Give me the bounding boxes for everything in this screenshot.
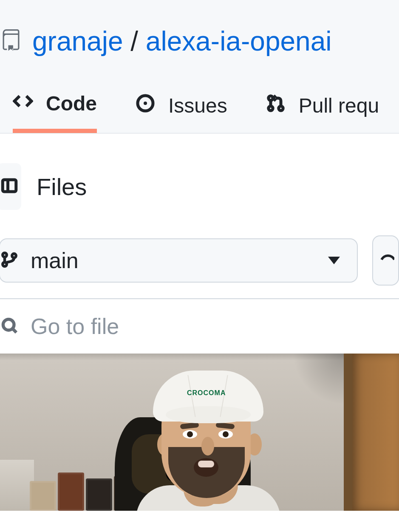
tab-issues[interactable]: Issues	[135, 85, 227, 131]
repo-link[interactable]: alexa-ia-openai	[146, 26, 332, 57]
git-branch-icon	[0, 250, 19, 271]
person-cap-visor	[166, 406, 251, 423]
issues-icon	[135, 93, 156, 118]
svg-point-3	[269, 106, 273, 110]
svg-point-9	[12, 254, 16, 258]
branch-name: main	[31, 248, 79, 273]
tab-code[interactable]: Code	[13, 82, 97, 133]
tab-pull-requests-label: Pull requ	[299, 94, 379, 117]
svg-point-10	[3, 319, 14, 330]
person-nose	[201, 437, 214, 456]
pull-request-icon	[266, 93, 286, 118]
person-mouth	[194, 458, 218, 477]
code-icon	[13, 91, 33, 116]
breadcrumb-separator: /	[130, 26, 138, 57]
overlay-door	[352, 354, 399, 511]
search-icon-partial	[377, 251, 394, 270]
breadcrumb-text: granaje / alexa-ia-openai	[32, 25, 331, 57]
go-to-file-input[interactable]	[31, 314, 286, 339]
files-panel-header: Files	[0, 155, 399, 235]
svg-point-4	[279, 106, 283, 110]
tab-code-label: Code	[46, 92, 97, 115]
overlay-person: CROCOMA	[127, 354, 289, 511]
add-button[interactable]	[372, 235, 399, 286]
go-to-file[interactable]	[0, 298, 399, 354]
svg-point-7	[3, 253, 7, 257]
files-panel: Files main	[0, 133, 399, 354]
files-title: Files	[37, 173, 87, 201]
branch-select-button[interactable]: main	[0, 238, 358, 283]
repo-icon	[0, 29, 22, 53]
chevron-down-icon	[328, 257, 340, 264]
overlay-corner-shadow	[293, 354, 344, 405]
sidebar-icon	[0, 177, 18, 196]
owner-link[interactable]: granaje	[32, 26, 123, 57]
svg-point-1	[144, 102, 147, 105]
overlay-shelf	[0, 460, 34, 511]
cap-text: CROCOMA	[187, 389, 226, 397]
svg-line-11	[13, 329, 17, 333]
person-eye	[183, 430, 197, 439]
repo-tabs: Code Issues Pull requ	[0, 82, 399, 133]
person-eye	[218, 430, 233, 439]
overlay-door-frame	[344, 354, 352, 511]
book-icon	[30, 481, 56, 511]
webcam-overlay: CROCOMA	[0, 354, 399, 511]
search-icon	[0, 316, 19, 337]
svg-point-8	[3, 262, 7, 266]
branch-row: main	[0, 235, 399, 286]
breadcrumb: granaje / alexa-ia-openai	[0, 17, 399, 82]
sidebar-toggle-button[interactable]	[0, 163, 21, 210]
tab-issues-label: Issues	[168, 94, 227, 117]
tab-pull-requests[interactable]: Pull requ	[266, 85, 379, 131]
repo-header: granaje / alexa-ia-openai Code Issues Pu…	[0, 0, 399, 133]
book-icon	[58, 473, 84, 511]
book-icon	[86, 478, 112, 511]
